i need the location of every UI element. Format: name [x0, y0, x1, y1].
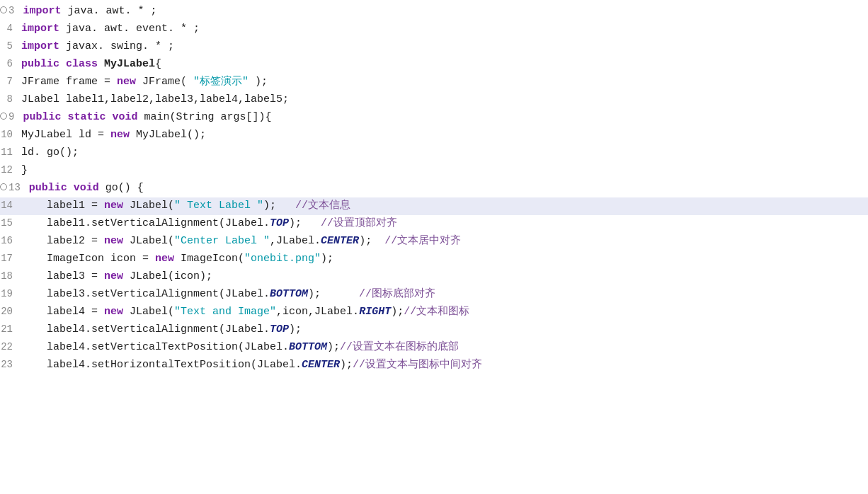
kw-token: class [66, 58, 98, 70]
plain-token: javax. swing. * ; [59, 40, 174, 52]
comment-token: //文本和图标 [404, 306, 469, 318]
line-number: 14 [0, 197, 21, 213]
const-token: BOTTOM [289, 341, 327, 353]
plain-token: label4.setVerticalAlignment(JLabel. [21, 323, 270, 335]
line-content: ImageIcon icon = new ImageIcon("onebit.p… [21, 251, 862, 268]
line-content: import java. awt. * ; [23, 3, 862, 20]
code-line: 3import java. awt. * ; [0, 3, 868, 21]
comment-token: //设置文本与图标中间对齐 [353, 359, 482, 371]
kw-token: public [21, 58, 59, 70]
str-token: "Text and Image" [174, 306, 276, 318]
collapse-icon[interactable] [0, 113, 7, 120]
comment-token: //设置文本在图标的底部 [340, 341, 459, 353]
str-token: " Text Label " [174, 200, 263, 212]
plain-token: ); [289, 323, 302, 335]
str-token: "Center Label " [174, 235, 270, 247]
plain-token: JFrame frame = [21, 76, 117, 88]
plain-token: JLabel label1,label2,label3,label4,label… [21, 93, 289, 105]
plain-token: ); [308, 288, 359, 300]
line-content: label2 = new JLabel("Center Label ",JLab… [21, 233, 862, 250]
line-number: 9 [0, 109, 23, 125]
comment-token: //图标底部对齐 [359, 288, 435, 300]
plain-token: ImageIcon icon = [21, 253, 155, 265]
plain-token: MyJLabel ld = [21, 129, 110, 141]
line-number: 19 [0, 286, 21, 301]
plain-token: JLabel(icon); [123, 270, 212, 282]
line-content: label4.setHorizontalTextPosition(JLabel.… [21, 357, 862, 374]
const-token: CENTER [302, 359, 340, 371]
line-number: 22 [0, 339, 21, 355]
line-content: label1 = new JLabel(" Text Label "); //文… [21, 197, 862, 214]
plain-token: } [21, 164, 28, 176]
code-line: 23 label4.setHorizontalTextPosition(JLab… [0, 357, 868, 374]
str-token: "onebit.png" [244, 253, 321, 265]
plain-token: label4.setHorizontalTextPosition(JLabel. [21, 359, 302, 371]
plain-token: ImageIcon( [174, 253, 244, 265]
line-number: 23 [0, 357, 21, 372]
line-number: 12 [0, 162, 21, 178]
plain-token: label4 = [21, 306, 104, 318]
code-editor: 3import java. awt. * ;4import java. awt.… [0, 0, 868, 494]
line-content: import java. awt. event. * ; [21, 21, 862, 38]
code-line: 19 label3.setVerticalAlignment(JLabel.BO… [0, 286, 868, 304]
code-line: 22 label4.setVerticalTextPosition(JLabel… [0, 339, 868, 357]
code-line: 10MyJLabel ld = new MyJLabel(); [0, 127, 868, 144]
plain-token: ,icon,JLabel. [276, 306, 359, 318]
kw-token: new [110, 129, 130, 141]
kw-token: static [67, 111, 105, 123]
line-number: 10 [0, 127, 21, 142]
kw-token: public [29, 182, 67, 194]
code-line: 4import java. awt. event. * ; [0, 21, 868, 38]
plain-token: java. awt. event. * ; [59, 23, 200, 35]
plain-token: label3 = [21, 270, 104, 282]
plain-token: ); [327, 341, 340, 353]
code-line: 18 label3 = new JLabel(icon); [0, 268, 868, 286]
plain-token: ); [289, 217, 321, 229]
plain-token: ,JLabel. [270, 235, 321, 247]
collapse-icon[interactable] [0, 183, 7, 190]
line-number: 16 [0, 233, 21, 248]
line-number: 3 [0, 3, 23, 18]
code-line: 7JFrame frame = new JFrame( "标签演示" ); [0, 74, 868, 91]
plain-token: MyJLabel(); [130, 129, 206, 141]
str-token: "标签演示" [193, 76, 249, 88]
plain-token: ld. go(); [21, 147, 79, 159]
line-number: 20 [0, 304, 21, 319]
line-number: 21 [0, 321, 21, 337]
plain-token: label1 = [21, 200, 104, 212]
code-line: 17 ImageIcon icon = new ImageIcon("onebi… [0, 251, 868, 268]
plain-token [59, 58, 66, 70]
plain-token: JFrame( [136, 76, 193, 88]
plain-token: ); [340, 359, 353, 371]
line-number: 4 [0, 21, 21, 36]
line-content: ld. go(); [21, 144, 862, 161]
line-content: } [21, 162, 862, 179]
code-line: 14 label1 = new JLabel(" Text Label "); … [0, 197, 868, 215]
code-line: 8JLabel label1,label2,label3,label4,labe… [0, 91, 868, 109]
const-token: RIGHT [359, 306, 391, 318]
comment-token: //文本信息 [295, 200, 350, 212]
code-line: 21 label4.setVerticalAlignment(JLabel.TO… [0, 321, 868, 339]
line-content: label1.setVerticalAlignment(JLabel.TOP);… [21, 215, 862, 232]
plain-token: label1.setVerticalAlignment(JLabel. [21, 217, 270, 229]
line-content: public static void main(String args[]){ [23, 109, 862, 126]
kw-token: new [117, 76, 136, 88]
plain-token: { [155, 58, 161, 70]
plain-token [67, 182, 74, 194]
plain-token [98, 58, 104, 70]
plain-token: main(String args[]){ [137, 111, 271, 123]
kw-token: import [23, 5, 61, 17]
code-line: 13public void go() { [0, 180, 868, 197]
const-token: CENTER [321, 235, 359, 247]
line-content: public class MyJLabel{ [21, 56, 862, 73]
line-content: label4.setVerticalAlignment(JLabel.TOP); [21, 321, 862, 338]
plain-token: JLabel( [123, 200, 174, 212]
const-token: TOP [270, 323, 289, 335]
collapse-icon[interactable] [0, 6, 7, 13]
plain-token: ); [249, 76, 268, 88]
plain-token: ); [321, 253, 333, 265]
kw-token: void [112, 111, 137, 123]
code-line: 11ld. go(); [0, 144, 868, 162]
plain-token: go() { [99, 182, 144, 194]
code-line: 12} [0, 162, 868, 180]
